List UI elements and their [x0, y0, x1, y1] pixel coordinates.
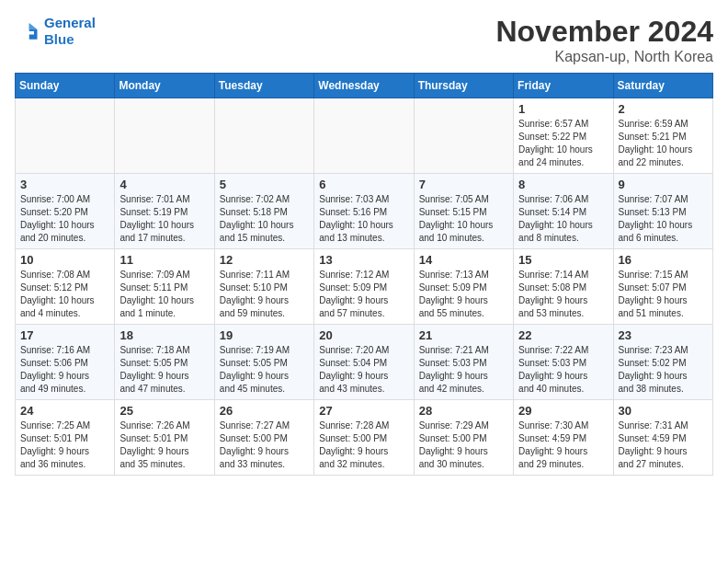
weekday-header-sunday: Sunday — [16, 74, 115, 98]
day-number: 26 — [220, 404, 309, 418]
day-number: 10 — [20, 253, 109, 267]
calendar-cell: 10Sunrise: 7:08 AM Sunset: 5:12 PM Dayli… — [16, 249, 115, 325]
calendar-cell: 8Sunrise: 7:06 AM Sunset: 5:14 PM Daylig… — [514, 174, 613, 249]
day-number: 8 — [518, 178, 608, 191]
day-info: Sunrise: 7:29 AM Sunset: 5:00 PM Dayligh… — [419, 419, 508, 471]
day-number: 9 — [619, 178, 708, 191]
day-number: 20 — [319, 328, 408, 342]
calendar-cell: 18Sunrise: 7:18 AM Sunset: 5:05 PM Dayli… — [115, 325, 214, 400]
logo: General Blue — [15, 15, 96, 48]
weekday-header-row: SundayMondayTuesdayWednesdayThursdayFrid… — [16, 74, 713, 98]
day-number: 21 — [419, 328, 508, 342]
day-info: Sunrise: 7:12 AM Sunset: 5:09 PM Dayligh… — [319, 269, 408, 320]
calendar-cell: 22Sunrise: 7:22 AM Sunset: 5:03 PM Dayli… — [514, 325, 613, 400]
calendar-cell: 13Sunrise: 7:12 AM Sunset: 5:09 PM Dayli… — [314, 249, 414, 325]
title-area: November 2024 Kapsan-up, North Korea — [495, 15, 713, 65]
day-number: 5 — [220, 178, 309, 191]
weekday-header-friday: Friday — [514, 74, 613, 98]
calendar-cell: 19Sunrise: 7:19 AM Sunset: 5:05 PM Dayli… — [214, 325, 313, 400]
logo-general: General — [44, 15, 96, 30]
day-info: Sunrise: 7:00 AM Sunset: 5:20 PM Dayligh… — [20, 193, 109, 245]
day-number: 3 — [20, 178, 109, 191]
header: General Blue November 2024 Kapsan-up, No… — [15, 15, 713, 65]
calendar-cell: 25Sunrise: 7:26 AM Sunset: 5:01 PM Dayli… — [115, 400, 214, 476]
day-info: Sunrise: 6:59 AM Sunset: 5:21 PM Dayligh… — [619, 118, 708, 169]
calendar-cell: 17Sunrise: 7:16 AM Sunset: 5:06 PM Dayli… — [16, 325, 115, 400]
calendar-cell: 1Sunrise: 6:57 AM Sunset: 5:22 PM Daylig… — [514, 98, 613, 174]
day-number: 18 — [119, 328, 209, 342]
calendar-cell — [314, 98, 414, 174]
day-info: Sunrise: 7:02 AM Sunset: 5:18 PM Dayligh… — [220, 193, 309, 245]
day-info: Sunrise: 7:05 AM Sunset: 5:15 PM Dayligh… — [419, 193, 508, 245]
day-info: Sunrise: 7:31 AM Sunset: 4:59 PM Dayligh… — [619, 419, 708, 471]
day-number: 16 — [619, 253, 708, 267]
weekday-header-thursday: Thursday — [414, 74, 513, 98]
weekday-header-monday: Monday — [115, 74, 214, 98]
calendar-cell: 15Sunrise: 7:14 AM Sunset: 5:08 PM Dayli… — [514, 249, 613, 325]
day-info: Sunrise: 7:27 AM Sunset: 5:00 PM Dayligh… — [220, 419, 309, 471]
calendar-cell — [214, 98, 313, 174]
month-title: November 2024 — [495, 15, 713, 49]
logo-text: General Blue — [44, 15, 96, 48]
day-number: 15 — [518, 253, 608, 267]
day-info: Sunrise: 7:08 AM Sunset: 5:12 PM Dayligh… — [20, 269, 109, 320]
calendar-cell: 3Sunrise: 7:00 AM Sunset: 5:20 PM Daylig… — [16, 174, 115, 249]
day-number: 13 — [319, 253, 408, 267]
day-number: 30 — [619, 404, 708, 418]
calendar-cell: 23Sunrise: 7:23 AM Sunset: 5:02 PM Dayli… — [613, 325, 712, 400]
calendar-week-1: 1Sunrise: 6:57 AM Sunset: 5:22 PM Daylig… — [16, 98, 713, 174]
calendar-cell: 21Sunrise: 7:21 AM Sunset: 5:03 PM Dayli… — [414, 325, 513, 400]
calendar-cell: 16Sunrise: 7:15 AM Sunset: 5:07 PM Dayli… — [613, 249, 712, 325]
day-info: Sunrise: 7:25 AM Sunset: 5:01 PM Dayligh… — [20, 419, 109, 471]
day-info: Sunrise: 7:19 AM Sunset: 5:05 PM Dayligh… — [220, 344, 309, 396]
day-number: 19 — [220, 328, 309, 342]
day-number: 1 — [518, 102, 608, 116]
logo-blue: Blue — [44, 31, 74, 47]
day-number: 28 — [419, 404, 508, 418]
calendar-cell: 9Sunrise: 7:07 AM Sunset: 5:13 PM Daylig… — [613, 174, 712, 249]
calendar-cell: 26Sunrise: 7:27 AM Sunset: 5:00 PM Dayli… — [214, 400, 313, 476]
day-number: 12 — [220, 253, 309, 267]
day-number: 27 — [319, 404, 408, 418]
calendar-cell: 4Sunrise: 7:01 AM Sunset: 5:19 PM Daylig… — [115, 174, 214, 249]
day-info: Sunrise: 7:22 AM Sunset: 5:03 PM Dayligh… — [518, 344, 608, 396]
calendar-week-4: 17Sunrise: 7:16 AM Sunset: 5:06 PM Dayli… — [16, 325, 713, 400]
day-info: Sunrise: 7:16 AM Sunset: 5:06 PM Dayligh… — [20, 344, 109, 396]
calendar-cell: 11Sunrise: 7:09 AM Sunset: 5:11 PM Dayli… — [115, 249, 214, 325]
day-number: 25 — [119, 404, 209, 418]
day-info: Sunrise: 7:11 AM Sunset: 5:10 PM Dayligh… — [220, 269, 309, 320]
day-info: Sunrise: 7:09 AM Sunset: 5:11 PM Dayligh… — [119, 269, 209, 320]
day-number: 14 — [419, 253, 508, 267]
calendar-cell: 24Sunrise: 7:25 AM Sunset: 5:01 PM Dayli… — [16, 400, 115, 476]
calendar-week-5: 24Sunrise: 7:25 AM Sunset: 5:01 PM Dayli… — [16, 400, 713, 476]
weekday-header-tuesday: Tuesday — [214, 74, 313, 98]
calendar-cell: 29Sunrise: 7:30 AM Sunset: 4:59 PM Dayli… — [514, 400, 613, 476]
calendar-week-3: 10Sunrise: 7:08 AM Sunset: 5:12 PM Dayli… — [16, 249, 713, 325]
day-number: 2 — [619, 102, 708, 116]
day-info: Sunrise: 7:28 AM Sunset: 5:00 PM Dayligh… — [319, 419, 408, 471]
calendar-cell: 14Sunrise: 7:13 AM Sunset: 5:09 PM Dayli… — [414, 249, 513, 325]
day-info: Sunrise: 7:15 AM Sunset: 5:07 PM Dayligh… — [619, 269, 708, 320]
calendar-cell: 6Sunrise: 7:03 AM Sunset: 5:16 PM Daylig… — [314, 174, 414, 249]
day-number: 22 — [518, 328, 608, 342]
calendar-body: 1Sunrise: 6:57 AM Sunset: 5:22 PM Daylig… — [16, 98, 713, 476]
day-info: Sunrise: 7:20 AM Sunset: 5:04 PM Dayligh… — [319, 344, 408, 396]
day-info: Sunrise: 7:14 AM Sunset: 5:08 PM Dayligh… — [518, 269, 608, 320]
day-info: Sunrise: 7:13 AM Sunset: 5:09 PM Dayligh… — [419, 269, 508, 320]
calendar-cell: 5Sunrise: 7:02 AM Sunset: 5:18 PM Daylig… — [214, 174, 313, 249]
day-number: 24 — [20, 404, 109, 418]
calendar-cell: 27Sunrise: 7:28 AM Sunset: 5:00 PM Dayli… — [314, 400, 414, 476]
calendar-cell: 20Sunrise: 7:20 AM Sunset: 5:04 PM Dayli… — [314, 325, 414, 400]
day-info: Sunrise: 7:30 AM Sunset: 4:59 PM Dayligh… — [518, 419, 608, 471]
day-info: Sunrise: 7:18 AM Sunset: 5:05 PM Dayligh… — [119, 344, 209, 396]
day-info: Sunrise: 7:06 AM Sunset: 5:14 PM Dayligh… — [518, 193, 608, 245]
weekday-header-saturday: Saturday — [613, 74, 712, 98]
day-number: 23 — [619, 328, 708, 342]
day-info: Sunrise: 6:57 AM Sunset: 5:22 PM Dayligh… — [518, 118, 608, 169]
calendar-cell: 28Sunrise: 7:29 AM Sunset: 5:00 PM Dayli… — [414, 400, 513, 476]
weekday-header-wednesday: Wednesday — [314, 74, 414, 98]
day-info: Sunrise: 7:03 AM Sunset: 5:16 PM Dayligh… — [319, 193, 408, 245]
day-number: 4 — [119, 178, 209, 191]
day-number: 17 — [20, 328, 109, 342]
calendar-cell: 2Sunrise: 6:59 AM Sunset: 5:21 PM Daylig… — [613, 98, 712, 174]
